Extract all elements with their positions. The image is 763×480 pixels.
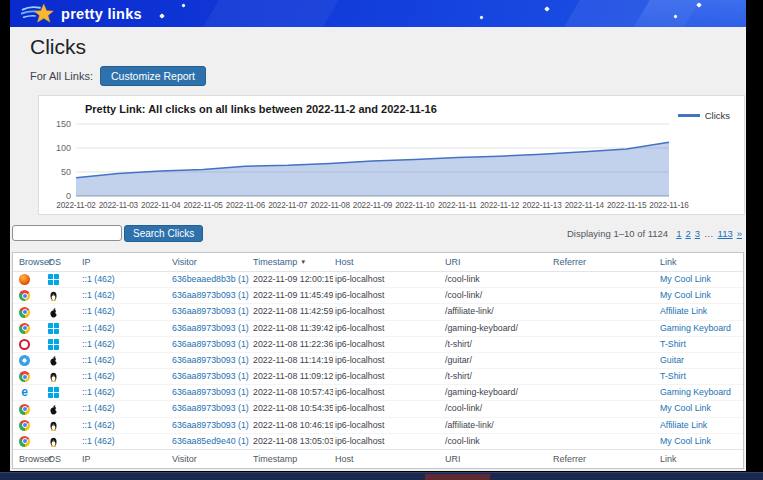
cell-visitor: 636aa8973b093 (1) xyxy=(170,288,251,304)
column-header-ip[interactable]: IP xyxy=(80,253,170,272)
ip-link[interactable]: ::1 (462) xyxy=(82,274,115,284)
cell-referrer xyxy=(551,401,658,417)
pretty-link[interactable]: Affiliate Link xyxy=(660,420,707,430)
opera-icon xyxy=(19,339,30,350)
cell-browser: e xyxy=(13,385,46,401)
column-header-visitor-footer[interactable]: Visitor xyxy=(170,449,251,468)
cell-link: My Cool Link xyxy=(658,272,743,288)
ip-link[interactable]: ::1 (462) xyxy=(82,420,115,430)
ip-link[interactable]: ::1 (462) xyxy=(82,339,115,349)
page-link-3[interactable]: 3 xyxy=(695,228,700,239)
cell-ip: ::1 (462) xyxy=(80,272,170,288)
ip-link[interactable]: ::1 (462) xyxy=(82,355,115,365)
cell-visitor: 636beaaed8b3b (1) xyxy=(170,272,251,288)
table-row: ::1 (462)636aa8973b093 (1)2022-11-08 11:… xyxy=(13,352,743,368)
linux-icon xyxy=(48,371,59,382)
cell-timestamp: 2022-11-08 11:09:12 xyxy=(251,369,333,385)
ip-link[interactable]: ::1 (462) xyxy=(82,403,115,413)
cell-host: ip6-localhost xyxy=(333,304,443,320)
pretty-link[interactable]: My Cool Link xyxy=(660,403,711,413)
column-header-timestamp-footer[interactable]: Timestamp xyxy=(251,449,333,468)
ip-link[interactable]: ::1 (462) xyxy=(82,387,115,397)
ip-link[interactable]: ::1 (462) xyxy=(82,371,115,381)
pretty-link[interactable]: T-Shirt xyxy=(660,371,686,381)
visitor-link[interactable]: 636aa8973b093 (1) xyxy=(172,306,249,316)
column-header-referrer[interactable]: Referrer xyxy=(551,253,658,272)
chrome-icon xyxy=(19,290,30,301)
ip-link[interactable]: ::1 (462) xyxy=(82,306,115,316)
cell-link: Gaming Keyboard xyxy=(658,385,743,401)
column-header-os-footer[interactable]: OS xyxy=(46,449,80,468)
visitor-link[interactable]: 636aa8973b093 (1) xyxy=(172,420,249,430)
chrome-icon xyxy=(19,420,30,431)
visitor-link[interactable]: 636aa8973b093 (1) xyxy=(172,339,249,349)
visitor-link[interactable]: 636aa8973b093 (1) xyxy=(172,387,249,397)
svg-text:2022-11-05: 2022-11-05 xyxy=(183,201,223,210)
cell-referrer xyxy=(551,288,658,304)
visitor-link[interactable]: 636aa85ed9e40 (1) xyxy=(172,436,249,446)
pretty-link[interactable]: My Cool Link xyxy=(660,436,711,446)
pretty-link[interactable]: Gaming Keyboard xyxy=(660,387,731,397)
next-page-link[interactable]: » xyxy=(737,228,742,239)
sparkle-icon xyxy=(159,13,165,19)
column-header-visitor[interactable]: Visitor xyxy=(170,253,251,272)
visitor-link[interactable]: 636beaaed8b3b (1) xyxy=(172,274,249,284)
customize-report-button[interactable]: Customize Report xyxy=(100,66,206,86)
visitor-link[interactable]: 636aa8973b093 (1) xyxy=(172,371,249,381)
page-link-2[interactable]: 2 xyxy=(685,228,690,239)
visitor-link[interactable]: 636aa8973b093 (1) xyxy=(172,403,249,413)
cell-uri: /affiliate-link/ xyxy=(443,417,551,433)
cell-host: ip6-localhost xyxy=(333,272,443,288)
pretty-link[interactable]: Gaming Keyboard xyxy=(660,323,731,333)
column-header-link-footer[interactable]: Link xyxy=(658,449,743,468)
svg-text:2022-11-15: 2022-11-15 xyxy=(607,201,647,210)
search-clicks-button[interactable]: Search Clicks xyxy=(124,225,203,242)
pretty-link[interactable]: My Cool Link xyxy=(660,274,711,284)
cell-ip: ::1 (462) xyxy=(80,288,170,304)
pretty-link[interactable]: My Cool Link xyxy=(660,290,711,300)
svg-text:0: 0 xyxy=(66,191,71,201)
visitor-link[interactable]: 636aa8973b093 (1) xyxy=(172,323,249,333)
column-header-os[interactable]: OS xyxy=(46,253,80,272)
cell-uri: /cool-link/ xyxy=(443,288,551,304)
column-header-referrer-footer[interactable]: Referrer xyxy=(551,449,658,468)
table-row: ::1 (462)636aa8973b093 (1)2022-11-08 10:… xyxy=(13,401,743,417)
header-decor-band xyxy=(196,0,345,27)
safari-icon xyxy=(19,355,30,366)
column-header-host[interactable]: Host xyxy=(333,253,443,272)
cell-host: ip6-localhost xyxy=(333,288,443,304)
column-header-timestamp[interactable]: Timestamp▼ xyxy=(251,253,333,272)
column-header-browser[interactable]: Browser xyxy=(13,253,46,272)
chrome-icon xyxy=(19,307,30,318)
pretty-links-logo[interactable]: pretty links xyxy=(20,2,142,25)
pretty-link[interactable]: Affiliate Link xyxy=(660,306,707,316)
cell-os xyxy=(46,417,80,433)
page-link-113[interactable]: 113 xyxy=(718,228,733,239)
ip-link[interactable]: ::1 (462) xyxy=(82,323,115,333)
cell-timestamp: 2022-11-08 10:57:43 xyxy=(251,385,333,401)
cell-link: T-Shirt xyxy=(658,336,743,352)
pagination-summary: Displaying 1–10 of 1124 xyxy=(567,228,668,239)
pretty-link[interactable]: T-Shirt xyxy=(660,339,686,349)
ip-link[interactable]: ::1 (462) xyxy=(82,290,115,300)
cell-timestamp: 2022-11-08 11:42:59 xyxy=(251,304,333,320)
cell-uri: /t-shirt/ xyxy=(443,336,551,352)
visitor-link[interactable]: 636aa8973b093 (1) xyxy=(172,290,249,300)
svg-text:2022-11-11: 2022-11-11 xyxy=(438,201,477,210)
search-input[interactable] xyxy=(12,225,122,241)
table-toolbar: Search Clicks Displaying 1–10 of 1124123… xyxy=(12,225,744,245)
page-link-1[interactable]: 1 xyxy=(676,228,681,239)
column-header-browser-footer[interactable]: Browser xyxy=(13,449,46,468)
column-header-ip-footer[interactable]: IP xyxy=(80,449,170,468)
column-header-host-footer[interactable]: Host xyxy=(333,449,443,468)
cell-link: My Cool Link xyxy=(658,433,743,449)
column-header-uri-footer[interactable]: URI xyxy=(443,449,551,468)
cell-host: ip6-localhost xyxy=(333,369,443,385)
svg-text:150: 150 xyxy=(56,119,71,129)
column-header-link[interactable]: Link xyxy=(658,253,743,272)
pretty-link[interactable]: Guitar xyxy=(660,355,684,365)
cell-timestamp: 2022-11-09 11:45:49 xyxy=(251,288,333,304)
column-header-uri[interactable]: URI xyxy=(443,253,551,272)
ip-link[interactable]: ::1 (462) xyxy=(82,436,115,446)
visitor-link[interactable]: 636aa8973b093 (1) xyxy=(172,355,249,365)
